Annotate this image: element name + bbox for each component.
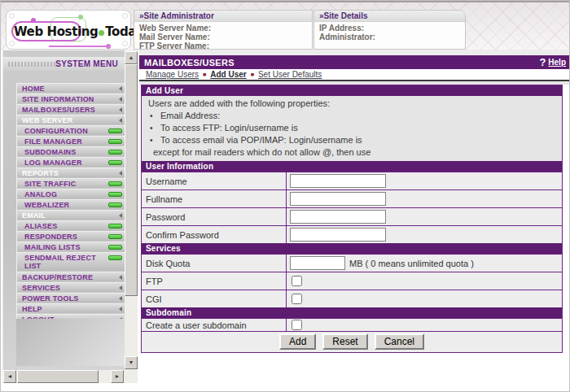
sidebar-item-label: MAILING LISTS [24,243,81,251]
sidebar-item-webalizer[interactable]: WEBALIZER [17,199,125,209]
field-label: Confirm Password [142,226,287,243]
status-led-icon [108,192,122,197]
create-subdomain-checkbox[interactable] [292,320,302,330]
status-led-icon [108,224,122,229]
scroll-down-button[interactable]: ▼ [125,356,138,369]
sidebar-item-site-information[interactable]: SITE INFORMATION [17,94,125,103]
sidebar-item-responders[interactable]: RESPONDERS [17,231,125,241]
intro-note: except for mail readers which do not all… [142,146,562,159]
status-led-icon [108,245,122,250]
separator-square-icon: ■ [251,72,254,77]
logo-text: Web HostingToday [14,24,143,39]
site-administrator-rows: Web Server Name:Mail Server Name:FTP Ser… [134,22,312,50]
status-led-icon [108,255,122,260]
field-row-confirm-password: Confirm Password [142,225,562,243]
top-header-band: Web HostingToday »Site Administrator Web… [1,1,570,50]
sidebar-item-home[interactable]: HOME [17,83,125,93]
bullet-text: To access FTP: Login/username is [160,124,298,133]
intro-bullets: •Email Address:•To access FTP: Login/use… [142,110,562,146]
password-input[interactable] [290,210,386,224]
nav-link-add-user[interactable]: Add User [210,70,246,79]
site-administrator-title: »Site Administrator [134,11,312,22]
help-link[interactable]: ? Help [539,56,566,68]
ftp-checkbox[interactable] [292,276,302,286]
reset-button[interactable]: Reset [322,333,367,350]
sidebar-item-site-traffic[interactable]: SITE TRAFFIC [17,178,125,188]
cgi-checkbox[interactable] [292,294,302,304]
sidebar-item-power-tools[interactable]: POWER TOOLS [17,293,125,303]
section-nav: Manage Users■Add User■Set User Defaults [139,69,570,81]
service-label: CGI [142,290,287,307]
form-buttons-row: AddResetCancel [142,331,562,352]
status-led-icon [108,128,122,133]
field-row-username: Username [142,172,562,189]
collapse-arrow-icon [119,171,122,176]
disk-quota-input[interactable] [290,256,345,270]
sidebar-item-label: MAILBOXES/USERS [22,106,95,114]
field-label: Password [142,208,287,225]
service-label: FTP [142,272,287,290]
sidebar-item-backup-restore[interactable]: BACKUP/RESTORE [17,272,125,281]
intro-bullet: •Email Address: [142,110,562,122]
sidebar-item-web-server[interactable]: WEB SERVER [17,115,125,124]
sidebar-item-log-manager[interactable]: LOG MANAGER [17,157,125,167]
status-led-icon [108,160,122,165]
sidebar-item-mailing-lists[interactable]: MAILING LISTS [17,242,125,251]
sidebar-item-email[interactable]: EMAIL [17,210,125,220]
service-cell [287,276,562,286]
page-title: MAILBOXES/USERS [144,58,235,68]
sidebar-item-sendmail-reject-list[interactable]: SENDMAIL REJECT LIST [17,252,125,271]
sidebar-item-label: RESPONDERS [24,233,77,241]
fullname-input[interactable] [290,192,386,206]
sidebar-item-file-manager[interactable]: FILE MANAGER [17,136,125,146]
sidebar-item-aliases[interactable]: ALIASES [17,220,125,230]
server-field-label: Administrator: [319,33,460,41]
scroll-left-button[interactable]: ◄ [3,370,16,383]
collapse-arrow-icon [119,97,122,102]
field-row-password: Password [142,207,562,225]
sidebar-item-label: BACKUP/RESTORE [22,273,93,281]
sidebar-item-label: HELP [22,305,42,313]
sidebar-item-subdomains[interactable]: SUBDOMAINS [17,146,125,156]
sidebar-item-analog[interactable]: ANALOG [17,189,125,198]
logo-dot-icon [99,30,104,36]
sidebar-item-reports[interactable]: REPORTS [17,168,125,177]
scroll-up-button[interactable]: ▲ [125,51,138,64]
sidebar-item-label: ALIASES [24,222,57,230]
app-logo: Web HostingToday [6,10,131,50]
field-cell [287,228,562,242]
horizontal-scrollbar-thumb[interactable] [17,370,99,383]
bullet-text: Email Address: [160,111,220,120]
add-user-intro: Users are added with the following prope… [142,96,562,161]
vertical-scrollbar-thumb[interactable] [125,64,138,296]
cancel-button[interactable]: Cancel [375,333,424,350]
sidebar-item-label: WEBALIZER [24,201,69,209]
sidebar-item-label: LOG MANAGER [24,159,82,167]
scroll-right-button[interactable]: ► [111,370,124,383]
sidebar-item-label: SUBDOMAINS [24,148,77,156]
bullet-text: To access email via POP/IMAP: Login/user… [160,136,362,145]
collapse-arrow-icon [119,285,122,290]
status-led-icon [108,181,122,186]
app-window: Web HostingToday »Site Administrator Web… [0,0,570,392]
nav-link-manage-users[interactable]: Manage Users [146,70,199,79]
section-header-subdomain: Subdomain [142,307,562,318]
section-header-services: Services [142,243,562,254]
add-button[interactable]: Add [279,333,316,350]
sidebar-item-label: SERVICES [22,284,60,292]
sidebar-item-label: ANALOG [24,190,57,198]
nav-link-set-user-defaults[interactable]: Set User Defaults [258,70,322,79]
site-details-box: »Site Details IP Address:Administrator: [314,10,466,50]
field-row-fullname: Fullname [142,189,562,207]
sidebar-item-mailboxes-users[interactable]: MAILBOXES/USERS [17,104,125,114]
confirm-password-input[interactable] [290,228,386,242]
disk-quota-row: Disk Quota MB ( 0 means unlimited quota … [142,254,562,272]
sidebar-item-help[interactable]: HELP [17,303,125,313]
service-row-cgi: CGI [142,290,562,307]
logo-text-part1: Web Hosting [14,24,98,39]
username-input[interactable] [290,174,386,188]
sidebar-item-configuration[interactable]: CONFIGURATION [17,125,125,135]
server-field-label: IP Address: [319,24,460,33]
sidebar-item-services[interactable]: SERVICES [17,282,125,292]
status-led-icon [108,139,122,144]
